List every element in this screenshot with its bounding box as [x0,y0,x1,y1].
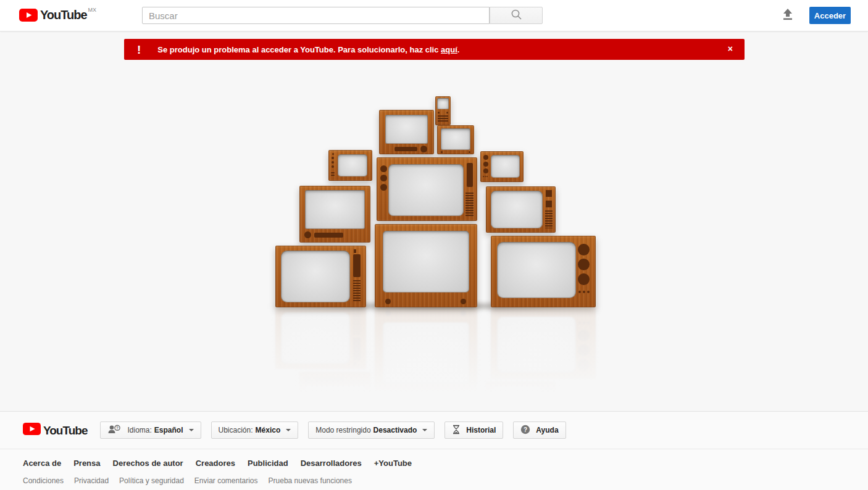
tv-screen [338,154,367,176]
tv-set [328,150,372,181]
footer-primary-links: Acerca dePrensaDerechos de autorCreadore… [23,457,868,468]
restricted-mode-button[interactable]: Modo restringido Desactivado [308,421,435,439]
error-banner: ! Se produjo un problema al acceder a Yo… [124,39,745,60]
footer-youtube-logo[interactable]: YouTube [23,423,87,438]
tv-screen [385,115,428,144]
tv-hgrill [545,210,553,228]
logo-country-code: MX [88,7,97,13]
youtube-play-icon [19,9,38,24]
chevron-down-icon [189,429,194,431]
tv-dot [332,165,334,168]
tv-knob [380,175,387,181]
tv-dot [483,176,484,177]
chevron-down-icon [286,429,291,431]
tv-dot [587,291,590,293]
tv-knob [578,244,590,255]
tv-screen [281,251,350,302]
footer-link[interactable]: Derechos de autor [113,459,183,468]
tv-set [435,96,451,125]
footer-link[interactable]: Creadores [196,459,235,468]
footer-link[interactable]: Condiciones [23,476,64,485]
tv-knob [578,273,590,285]
footer-link[interactable]: Acerca de [23,459,61,468]
error-fix-link[interactable]: aquí [441,45,457,54]
tv-screen [491,155,520,178]
location-picker-button[interactable]: Ubicación: México [211,421,299,439]
error-message-text: Se produjo un problema al acceder a YouT… [157,45,441,54]
language-picker-button[interactable]: ? Idioma: Español [100,421,201,439]
tv-dot [332,157,334,159]
reflection-fade [0,307,868,412]
youtube-play-icon [23,423,41,438]
footer-link[interactable]: Política y seguridad [119,476,184,485]
search-input[interactable] [142,7,490,24]
tv-set [379,110,434,154]
tv-line [331,175,335,176]
tv-screen [437,98,449,109]
footer-link[interactable]: Enviar comentarios [194,476,258,485]
tv-hgrill [438,115,448,123]
footer-links: Acerca dePrensaDerechos de autorCreadore… [0,449,868,486]
help-icon: ? [520,425,536,436]
tv-hgrill [465,193,474,216]
footer-link[interactable]: +YouTube [374,459,412,468]
tv-square [354,249,356,253]
tv-dot [485,176,486,177]
tv-set [437,125,474,154]
tv-set [480,151,524,182]
tv-dot [578,291,581,293]
header: YouTube MX Acceder [0,0,868,31]
tv-bar [353,254,361,277]
tv-dot [583,291,585,293]
ground-shadow [265,302,602,310]
tv-bar [394,147,417,151]
tv-knob [578,259,590,270]
tv-screen [388,164,464,216]
error-message-period: . [457,45,460,54]
tv-knob [380,184,387,191]
youtube-logo[interactable]: YouTube MX [19,9,96,24]
search-button[interactable] [490,7,543,24]
sign-in-button[interactable]: Acceder [809,7,851,24]
chevron-down-icon [422,429,427,431]
tv-knob [483,155,488,160]
tv-dot [441,151,443,153]
location-value: México [256,426,281,434]
tv-bar [467,163,473,187]
tv-knob [483,168,488,173]
search-icon [511,9,522,23]
footer-link[interactable]: Privacidad [74,476,109,485]
upload-button[interactable] [780,8,796,23]
upload-icon [781,14,795,23]
footer-link[interactable]: Prensa [73,459,100,468]
tv-knob [304,231,311,238]
tv-set [375,224,477,307]
restricted-mode-prefix: Modo restringido [315,426,370,434]
close-banner-icon[interactable]: × [728,44,733,53]
tv-square [546,201,552,207]
svg-text:?: ? [117,425,119,430]
footer-secondary-links: CondicionesPrivacidadPolítica y segurida… [23,475,868,486]
footer-toolbar: YouTube ? Idioma: Español Ubicación: Méx… [0,412,868,449]
tv-dot [332,153,334,155]
help-label: Ayuda [536,426,558,434]
tv-dot [446,112,448,114]
tv-screen [491,191,543,228]
language-prefix: Idioma: [127,426,151,434]
tv-screen [497,242,576,298]
tv-screen [383,231,469,293]
tv-set [377,157,477,221]
footer-link[interactable]: Desarrolladores [301,459,362,468]
help-button[interactable]: ? Ayuda [513,421,565,439]
error-message: Se produjo un problema al acceder a YouT… [157,45,459,54]
tv-set [275,246,366,307]
location-prefix: Ubicación: [219,426,253,434]
footer-link[interactable]: Publicidad [248,459,288,468]
restricted-mode-value: Desactivado [373,426,417,434]
history-hourglass-icon [452,425,466,436]
history-button[interactable]: Historial [444,421,503,439]
tv-dot [469,151,470,153]
language-icon: ? [107,425,127,436]
footer-link[interactable]: Prueba nuevas funciones [269,476,352,485]
tv-bar [314,233,343,238]
